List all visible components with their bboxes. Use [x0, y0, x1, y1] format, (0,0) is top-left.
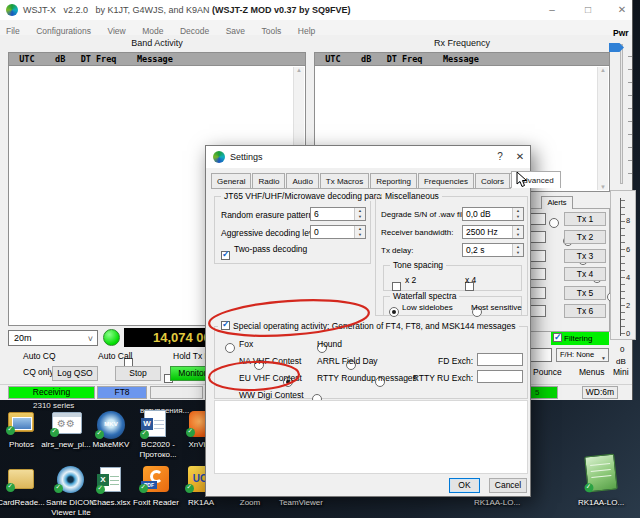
dialog-title-bar[interactable]: Settings ? ✕ — [206, 146, 530, 168]
tab-frequencies[interactable]: Frequencies — [418, 173, 474, 188]
ok-button[interactable]: OK — [449, 478, 480, 493]
auto-call-label[interactable]: Auto Call — [98, 351, 133, 361]
scroll-down-icon[interactable] — [598, 184, 608, 190]
stop-button[interactable]: Stop — [115, 366, 161, 381]
tx1-button[interactable]: Tx 1 — [564, 212, 606, 226]
pwr-slider[interactable] — [620, 44, 623, 184]
x2-label[interactable]: x 2 — [405, 275, 416, 285]
foxit-reader-icon[interactable]: PDF — [143, 466, 169, 492]
aggressive-level-spinbox[interactable]: 0 — [310, 225, 366, 239]
desktop-icon-label-zoom[interactable]: Zoom — [226, 498, 274, 508]
menu-configurations[interactable]: Configurations — [30, 24, 97, 38]
low-sidelobes-radio[interactable] — [389, 307, 399, 317]
tab-general[interactable]: General — [211, 173, 251, 188]
filtering-checkbox[interactable]: Filtering — [551, 332, 609, 345]
rtty-ru-exch-input[interactable] — [477, 370, 523, 383]
spinner-arrows-icon[interactable] — [512, 226, 523, 238]
tab-tx-macros[interactable]: Tx Macros — [320, 173, 369, 188]
scroll-up-icon[interactable] — [296, 67, 302, 73]
most-sensitive-label[interactable]: Most sensitive — [471, 303, 522, 312]
fh-field[interactable] — [528, 348, 552, 362]
meter-ticks — [621, 200, 625, 336]
tab-alerts[interactable]: Alerts — [541, 196, 573, 209]
low-sidelobes-label[interactable]: Low sidelobes — [402, 303, 453, 312]
arrl-field-day-label[interactable]: ARRL Field Day — [317, 356, 378, 366]
pounce-label: Pounce — [533, 367, 562, 377]
scroll-up-icon[interactable] — [600, 67, 606, 73]
desktop-label-fragment: 2310 series — [33, 401, 74, 410]
fox-radio[interactable] — [225, 343, 235, 353]
cancel-button[interactable]: Cancel — [489, 478, 527, 493]
sante-dicom-eye-icon[interactable] — [57, 466, 84, 493]
menu-decode[interactable]: Decode — [174, 24, 215, 38]
desktop-icon-label[interactable]: RK1AA — [178, 498, 224, 508]
sync-check-icon — [139, 484, 148, 493]
ww-digi-contest-label[interactable]: WW Digi Contest — [239, 390, 304, 400]
band-activity-title: Band Activity — [8, 38, 306, 48]
help-icon[interactable]: ? — [492, 150, 508, 164]
hound-label[interactable]: Hound — [317, 339, 342, 349]
mini-label[interactable]: Mini — [613, 367, 629, 377]
tx1-radio[interactable] — [549, 218, 559, 228]
receiver-bandwidth-spinbox[interactable]: 2500 Hz — [462, 225, 524, 239]
menus-label[interactable]: Menus — [579, 367, 605, 377]
band-select[interactable]: 20m — [8, 330, 98, 346]
cardreader-folder-icon[interactable] — [8, 469, 34, 489]
word-doc-icon[interactable]: W — [144, 410, 166, 437]
meter-tick-label: 8 — [626, 216, 630, 225]
cq-only-label[interactable]: CQ only — [23, 367, 54, 377]
alrs-app-icon[interactable]: ⚙⚙ — [52, 412, 82, 434]
menu-mode[interactable]: Mode — [136, 24, 169, 38]
menu-file[interactable]: File — [0, 24, 26, 38]
close-icon[interactable]: ✕ — [512, 150, 528, 164]
tab-colors[interactable]: Colors — [475, 173, 510, 188]
log-qso-button[interactable]: Log QSO — [52, 366, 98, 381]
na-vhf-contest-label[interactable]: NA VHF Contest — [239, 356, 301, 366]
fd-exch-input[interactable] — [477, 353, 523, 366]
title-bar[interactable]: WSJT-X v2.2.0 by K1JT, G4WJS, and K9AN (… — [0, 0, 632, 20]
tx5-button[interactable]: Tx 5 — [564, 286, 606, 300]
tab-audio[interactable]: Audio — [286, 173, 318, 188]
desktop-icon-label-notepad[interactable]: RK1AA-LO... — [572, 498, 630, 508]
tab-reporting[interactable]: Reporting — [370, 173, 417, 188]
settings-dialog: Settings ? ✕ GeneralRadioAudioTx MacrosR… — [205, 145, 531, 497]
tx3-button[interactable]: Tx 3 — [564, 249, 606, 263]
excel-file-icon[interactable]: X — [100, 467, 121, 492]
desktop-icon-label[interactable]: CardReade... — [0, 498, 47, 508]
tx2-button[interactable]: Tx 2 — [564, 230, 606, 244]
tab-radio[interactable]: Radio — [252, 173, 285, 188]
scrollbar[interactable] — [597, 67, 608, 190]
eu-vhf-contest-label[interactable]: EU VHF Contest — [239, 373, 302, 383]
makemkv-icon[interactable]: MKV — [97, 411, 125, 439]
x4-label[interactable]: x 4 — [465, 275, 476, 285]
minimize-icon[interactable] — [542, 2, 562, 18]
special-activity-checkbox[interactable] — [221, 321, 230, 330]
rx-status-lamp — [103, 329, 120, 346]
x2-checkbox[interactable] — [392, 282, 401, 291]
fox-label[interactable]: Fox — [239, 339, 253, 349]
tx4-button[interactable]: Tx 4 — [564, 267, 606, 281]
spinner-arrows-icon[interactable] — [512, 208, 523, 220]
notepad-icon[interactable] — [584, 454, 618, 493]
photos-folder-icon[interactable] — [8, 412, 34, 432]
two-pass-label[interactable]: Two-pass decoding — [234, 244, 307, 254]
desktop-icon-label[interactable]: Foxit Reader — [130, 498, 182, 508]
auto-cq-label[interactable]: Auto CQ — [23, 351, 56, 361]
fh-dropdown[interactable]: F/H: None — [556, 348, 609, 362]
two-pass-checkbox[interactable] — [221, 251, 230, 260]
close-icon[interactable] — [612, 2, 632, 18]
random-erasure-spinbox[interactable]: 6 — [310, 207, 366, 221]
desktop-icon-label-teamviewer[interactable]: TeamViewer — [272, 498, 330, 508]
desktop-icon-label-rk1aa-lo[interactable]: RK1AA-LO... — [468, 498, 526, 508]
menu-tools[interactable]: Tools — [255, 24, 287, 38]
spinner-arrows-icon[interactable] — [354, 226, 365, 238]
tx-delay-spinbox[interactable]: 0,2 s — [462, 243, 524, 257]
menu-view[interactable]: View — [101, 24, 131, 38]
spinner-arrows-icon[interactable] — [354, 208, 365, 220]
spinner-arrows-icon[interactable] — [512, 244, 523, 256]
menu-help[interactable]: Help — [292, 24, 321, 38]
degrade-snr-spinbox[interactable]: 0,0 dB — [462, 207, 524, 221]
menu-save[interactable]: Save — [220, 24, 251, 38]
maximize-icon[interactable] — [578, 2, 598, 18]
tx6-button[interactable]: Tx 6 — [564, 304, 606, 318]
